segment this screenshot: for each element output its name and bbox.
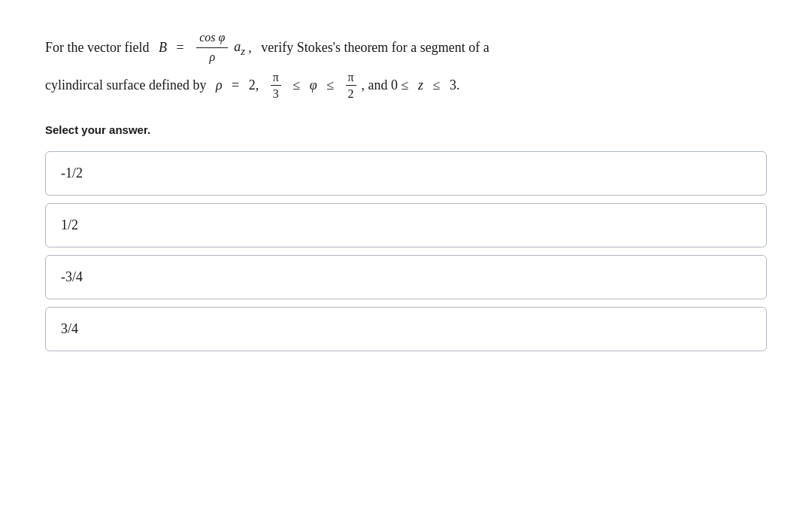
z-label: z: [418, 73, 423, 97]
field-numerator: cos φ: [196, 30, 228, 48]
and-text: , and 0 ≤: [362, 73, 409, 97]
select-label: Select your answer.: [45, 123, 767, 136]
second-line-start: cylindircal surface defined by: [45, 73, 206, 97]
three-denominator: 3: [271, 86, 281, 101]
comma: ,: [248, 35, 252, 59]
leq3: ≤: [433, 73, 441, 97]
pi-numerator2: π: [346, 70, 356, 86]
answer-option-1[interactable]: -1/2: [45, 151, 767, 196]
page-container: For the vector field B = cos φ ρ az , ve…: [45, 30, 767, 351]
equals2: =: [232, 73, 239, 97]
az-sub: z: [241, 44, 245, 56]
verify-text: verify Stokes's theorem for a segment of…: [261, 35, 489, 59]
answer-option-3[interactable]: -3/4: [45, 255, 767, 299]
answer-options: -1/2 1/2 -3/4 3/4: [45, 151, 767, 351]
field-fraction: cos φ ρ: [196, 30, 228, 65]
leq2: ≤: [326, 73, 334, 97]
phi-label: φ: [310, 73, 317, 97]
answer-option-2[interactable]: 1/2: [45, 203, 767, 247]
rho-label: ρ: [216, 73, 223, 97]
field-denominator: ρ: [206, 48, 218, 65]
pi-over-3: π 3: [271, 70, 281, 101]
answer-option-4[interactable]: 3/4: [45, 307, 767, 351]
math-line-2: cylindircal surface defined by ρ = 2, π …: [45, 70, 767, 101]
pi-numerator: π: [271, 70, 281, 86]
rho-value: 2,: [249, 73, 259, 97]
equals-sign: =: [176, 35, 183, 59]
math-line-1: For the vector field B = cos φ ρ az , ve…: [45, 30, 767, 65]
intro-text: For the vector field: [45, 35, 149, 59]
az-label: az: [234, 35, 245, 62]
pi-over-2: π 2: [346, 70, 356, 101]
two-denominator: 2: [346, 86, 356, 101]
end-value: 3.: [450, 73, 460, 97]
b-label: B: [159, 35, 167, 59]
problem-statement: For the vector field B = cos φ ρ az , ve…: [45, 30, 767, 101]
leq1: ≤: [292, 73, 300, 97]
